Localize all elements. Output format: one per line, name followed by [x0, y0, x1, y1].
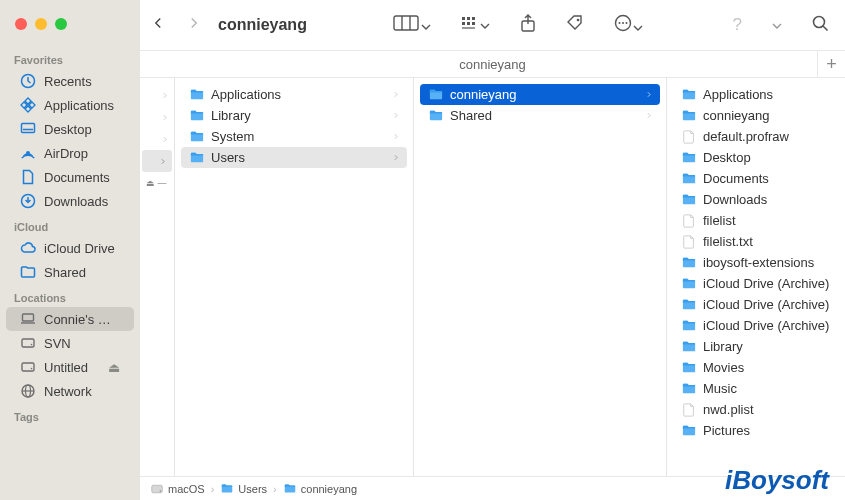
item-label: filelist	[703, 213, 736, 228]
toolbar-overflow-button[interactable]	[772, 16, 782, 34]
file-icon	[681, 235, 697, 249]
sidebar-item-svn[interactable]: SVN	[6, 331, 134, 355]
sidebar-item-shared[interactable]: Shared	[6, 260, 134, 284]
tab-bar: connieyang +	[140, 50, 845, 78]
back-button[interactable]	[152, 14, 164, 36]
forward-button[interactable]	[188, 14, 200, 36]
list-item[interactable]: filelist	[673, 210, 839, 231]
list-item[interactable]: nwd.plist	[673, 399, 839, 420]
svg-rect-19	[462, 17, 465, 20]
list-item[interactable]	[140, 84, 174, 106]
folder-icon	[189, 109, 205, 123]
folder-icon	[189, 88, 205, 102]
maximize-window-icon[interactable]	[55, 18, 67, 30]
svg-point-10	[31, 344, 33, 346]
search-button[interactable]	[812, 15, 829, 36]
svg-point-30	[622, 22, 624, 24]
column-browser: ⏏ — ApplicationsLibrarySystemUsers conni…	[140, 78, 845, 476]
sidebar-item-untitled[interactable]: Untitled⏏	[6, 355, 134, 379]
sidebar-item-downloads[interactable]: Downloads	[6, 189, 134, 213]
svg-point-31	[625, 22, 627, 24]
folder-icon	[681, 193, 697, 207]
list-item[interactable]: filelist.txt	[673, 231, 839, 252]
svg-point-27	[576, 19, 579, 22]
new-tab-button[interactable]: +	[817, 51, 845, 78]
list-item[interactable]: connieyang	[673, 105, 839, 126]
help-button[interactable]: ?	[733, 15, 742, 35]
breadcrumb-separator: ›	[273, 483, 277, 495]
sidebar-item-label: Desktop	[44, 122, 92, 137]
list-item[interactable]	[142, 150, 172, 172]
tab-title[interactable]: connieyang	[459, 57, 526, 72]
list-item[interactable]: iCloud Drive (Archive)	[673, 315, 839, 336]
disk-icon	[20, 359, 36, 375]
list-item[interactable]: Documents	[673, 168, 839, 189]
sidebar-item-network[interactable]: Network	[6, 379, 134, 403]
list-item[interactable]: Movies	[673, 357, 839, 378]
sidebar-item-airdrop[interactable]: AirDrop	[6, 141, 134, 165]
column-0[interactable]: ⏏ —	[140, 78, 175, 476]
sidebar-item-connie-s-ma-[interactable]: Connie's Ma…	[6, 307, 134, 331]
group-button[interactable]	[461, 16, 490, 34]
sharedfolder-icon	[20, 264, 36, 280]
breadcrumb[interactable]: connieyang	[283, 483, 357, 495]
list-item[interactable]: iCloud Drive (Archive)	[673, 273, 839, 294]
breadcrumb[interactable]: Users	[220, 483, 267, 495]
list-item[interactable]: Library	[673, 336, 839, 357]
list-item[interactable]: iCloud Drive (Archive)	[673, 294, 839, 315]
sidebar-item-recents[interactable]: Recents	[6, 69, 134, 93]
column-3[interactable]: Applicationsconnieyangdefault.profrawDes…	[667, 78, 845, 476]
file-icon	[681, 403, 697, 417]
list-item[interactable]: Pictures	[673, 420, 839, 441]
sidebar-item-applications[interactable]: Applications	[6, 93, 134, 117]
list-item[interactable]: Desktop	[673, 147, 839, 168]
sidebar-item-label: Documents	[44, 170, 110, 185]
minimize-window-icon[interactable]	[35, 18, 47, 30]
close-window-icon[interactable]	[15, 18, 27, 30]
view-columns-button[interactable]	[393, 15, 431, 35]
breadcrumb-label: Users	[238, 483, 267, 495]
sidebar-item-documents[interactable]: Documents	[6, 165, 134, 189]
chevron-right-icon	[393, 109, 399, 123]
list-item[interactable]: Applications	[673, 84, 839, 105]
share-button[interactable]	[520, 14, 536, 36]
svg-rect-21	[472, 17, 475, 20]
list-item[interactable]: connieyang	[420, 84, 660, 105]
column-2[interactable]: connieyangShared	[414, 78, 667, 476]
folder-icon	[681, 361, 697, 375]
list-item[interactable]	[140, 106, 174, 128]
list-item[interactable]: iboysoft-extensions	[673, 252, 839, 273]
folder-icon	[681, 256, 697, 270]
sidebar-item-icloud-drive[interactable]: iCloud Drive	[6, 236, 134, 260]
appgrid-icon	[20, 97, 36, 113]
list-item[interactable]: default.profraw	[673, 126, 839, 147]
list-item[interactable]: System	[181, 126, 407, 147]
breadcrumb[interactable]: macOS	[150, 483, 205, 495]
list-item[interactable]: Music	[673, 378, 839, 399]
tags-button[interactable]	[566, 14, 584, 36]
list-item[interactable]: Library	[181, 105, 407, 126]
list-item[interactable]: Downloads	[673, 189, 839, 210]
svg-point-32	[814, 16, 825, 27]
eject-row[interactable]: ⏏ —	[140, 172, 174, 194]
svg-line-33	[823, 26, 828, 31]
chevron-right-icon	[393, 130, 399, 144]
action-button[interactable]	[614, 14, 643, 36]
breadcrumb-label: connieyang	[301, 483, 357, 495]
list-item[interactable]: Users	[181, 147, 407, 168]
item-label: Users	[211, 150, 245, 165]
folder-icon	[189, 130, 205, 144]
item-label: Applications	[211, 87, 281, 102]
doc-icon	[20, 169, 36, 185]
item-label: Documents	[703, 171, 769, 186]
item-label: Movies	[703, 360, 744, 375]
list-item[interactable]	[140, 128, 174, 150]
traffic-lights[interactable]	[15, 18, 67, 30]
sidebar-item-desktop[interactable]: Desktop	[6, 117, 134, 141]
column-1[interactable]: ApplicationsLibrarySystemUsers	[175, 78, 414, 476]
list-item[interactable]: Shared	[420, 105, 660, 126]
item-label: Library	[211, 108, 251, 123]
file-icon	[681, 130, 697, 144]
list-item[interactable]: Applications	[181, 84, 407, 105]
eject-icon[interactable]: ⏏	[108, 360, 120, 375]
